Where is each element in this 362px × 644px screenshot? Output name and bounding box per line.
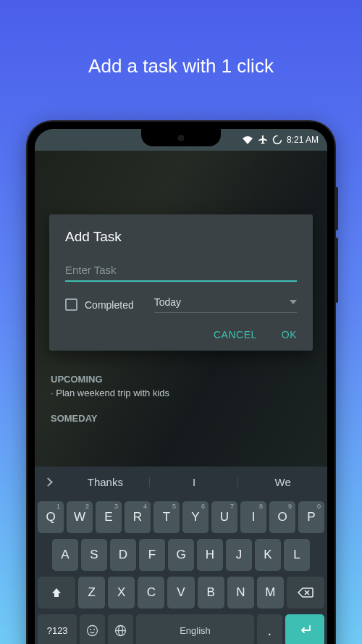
key-q[interactable]: Q1: [38, 501, 64, 533]
add-task-dialog: Add Task Completed Today CANCEL OK: [49, 214, 313, 351]
suggestion-option[interactable]: Thanks: [61, 476, 150, 488]
key-b[interactable]: B: [198, 577, 224, 609]
svg-point-1: [88, 625, 98, 635]
ok-button[interactable]: OK: [282, 329, 297, 340]
enter-icon: [298, 624, 312, 636]
marketing-heading: Add a task with 1 click: [0, 0, 362, 78]
phone-frame: 8:21 AM UPCOMING · Plan weekend trip wit…: [28, 122, 334, 644]
symbols-key[interactable]: ?123: [38, 614, 77, 644]
key-w[interactable]: W2: [67, 501, 93, 533]
someday-section-label: SOMEDAY: [35, 407, 327, 425]
status-time: 8:21 AM: [287, 135, 319, 145]
chevron-right-icon: [43, 477, 53, 487]
key-f[interactable]: F: [139, 539, 165, 571]
airplane-icon: [258, 135, 268, 145]
key-i[interactable]: I8: [240, 501, 266, 533]
period-key[interactable]: .: [257, 614, 282, 644]
shift-key[interactable]: [38, 577, 75, 609]
list-item[interactable]: · Plan weekend trip with kids: [35, 386, 327, 400]
backspace-icon: [298, 587, 313, 598]
key-a[interactable]: A: [52, 539, 78, 571]
key-l[interactable]: L: [284, 539, 310, 571]
svg-point-0: [273, 136, 281, 144]
key-u[interactable]: U7: [211, 501, 237, 533]
key-m[interactable]: M: [257, 577, 284, 609]
onscreen-keyboard: ThanksIWe Q1W2E3R4T5Y6U7I8O9P0 ASDFGHJKL…: [35, 467, 327, 644]
suggestion-option[interactable]: I: [150, 476, 239, 488]
backspace-key[interactable]: [287, 577, 324, 609]
phone-screen: 8:21 AM UPCOMING · Plan weekend trip wit…: [35, 129, 327, 644]
key-p[interactable]: P0: [298, 501, 324, 533]
checkbox-icon: [65, 298, 77, 311]
cancel-button[interactable]: CANCEL: [214, 329, 257, 340]
key-j[interactable]: J: [226, 539, 252, 571]
key-t[interactable]: T5: [153, 501, 180, 533]
key-c[interactable]: C: [138, 577, 164, 609]
wifi-icon: [242, 135, 253, 144]
enter-key[interactable]: [285, 614, 324, 644]
suggestion-bar: ThanksIWe: [35, 467, 327, 497]
key-v[interactable]: V: [167, 577, 194, 609]
loading-icon: [272, 135, 282, 145]
completed-checkbox[interactable]: Completed: [65, 298, 134, 311]
svg-point-2: [90, 629, 91, 630]
key-r[interactable]: R4: [125, 501, 151, 533]
chevron-down-icon: [290, 300, 297, 304]
shift-icon: [51, 587, 62, 598]
key-n[interactable]: N: [227, 577, 254, 609]
key-h[interactable]: H: [197, 539, 223, 571]
globe-icon: [114, 624, 127, 637]
date-select[interactable]: Today: [154, 296, 297, 313]
completed-label: Completed: [85, 299, 134, 311]
expand-suggestions-button[interactable]: [35, 479, 61, 485]
language-key[interactable]: [108, 614, 133, 644]
key-g[interactable]: G: [168, 539, 194, 571]
emoji-key[interactable]: [80, 614, 105, 644]
phone-notch: [141, 129, 221, 146]
key-k[interactable]: K: [255, 539, 281, 571]
svg-point-3: [93, 629, 95, 630]
key-e[interactable]: E3: [96, 501, 122, 533]
upcoming-section-label: UPCOMING: [35, 368, 327, 386]
key-x[interactable]: X: [108, 577, 135, 609]
key-o[interactable]: O9: [269, 501, 295, 533]
task-sections: UPCOMING · Plan weekend trip with kids S…: [35, 368, 327, 425]
key-y[interactable]: Y6: [182, 501, 209, 533]
dialog-title: Add Task: [65, 229, 297, 245]
task-name-input[interactable]: [65, 261, 297, 282]
suggestion-option[interactable]: We: [238, 476, 327, 488]
key-s[interactable]: S: [81, 539, 107, 571]
key-z[interactable]: Z: [78, 577, 105, 609]
emoji-icon: [86, 624, 98, 637]
date-value: Today: [154, 296, 290, 308]
key-d[interactable]: D: [110, 539, 136, 571]
spacebar-key[interactable]: English: [136, 614, 254, 644]
